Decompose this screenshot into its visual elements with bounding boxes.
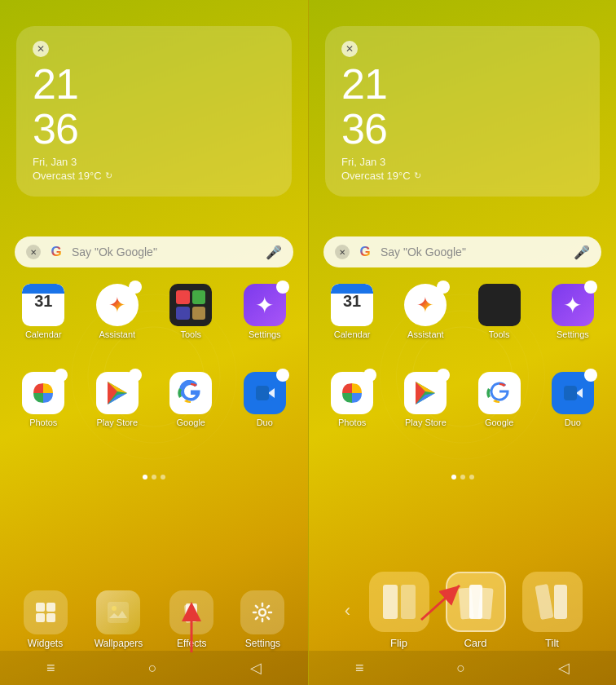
card-icon: [446, 572, 506, 632]
app-label: Calendar: [25, 329, 62, 339]
app-grid-row1: 31 Calendar ✦ Assistant Tools ✦: [317, 279, 608, 344]
dot: [460, 475, 465, 480]
mic-icon: 🎤: [266, 245, 282, 260]
app-settings[interactable]: ✦ Settings: [538, 279, 608, 344]
search-close-button[interactable]: ✕: [335, 245, 350, 259]
widget-date: Fri, Jan 3: [33, 156, 275, 168]
svg-rect-23: [554, 585, 567, 619]
effect-label: Tilt: [545, 637, 559, 649]
dot-active: [143, 475, 147, 480]
right-panel: ✕ 21 36 Fri, Jan 3 Overcast 19°C ↻ ✕ G S…: [308, 0, 616, 685]
dot-active: [451, 475, 456, 480]
app-label: Duo: [257, 418, 273, 427]
google-logo: G: [356, 243, 374, 261]
app-label: Google: [485, 418, 513, 427]
app-playstore[interactable]: Play Store: [390, 367, 460, 432]
app-badge: [584, 281, 597, 294]
nav-menu-icon[interactable]: ≡: [355, 660, 364, 677]
app-badge: [55, 369, 68, 382]
dock-label: Settings: [245, 638, 280, 649]
page-dots: [309, 475, 616, 480]
svg-rect-6: [46, 613, 55, 622]
svg-rect-2: [256, 386, 269, 400]
dock-label: Widgets: [28, 638, 63, 649]
effects-dock: ‹ Flip Card: [309, 572, 616, 649]
app-google[interactable]: Google: [156, 367, 227, 432]
dock-wallpapers[interactable]: Wallpapers: [95, 590, 143, 649]
widget-close-button[interactable]: ✕: [341, 41, 358, 57]
effect-tilt[interactable]: Tilt: [516, 572, 589, 649]
app-label: Calendar: [334, 329, 371, 339]
app-badge: [437, 281, 450, 294]
nav-bar: ≡ ○ ◁: [0, 651, 308, 685]
widget-date: Fri, Jan 3: [341, 156, 583, 168]
app-duo[interactable]: Duo: [230, 367, 301, 432]
svg-point-8: [112, 606, 117, 611]
app-google[interactable]: Google: [464, 367, 535, 432]
search-placeholder: Say "Ok Google": [381, 245, 567, 259]
app-tools[interactable]: Tools: [156, 279, 227, 344]
refresh-icon: ↻: [105, 170, 112, 181]
widget-time: 21 36: [341, 62, 583, 151]
wallpapers-icon: [96, 590, 140, 634]
effects-icon: [169, 590, 213, 634]
app-label: Duo: [565, 418, 581, 427]
app-label: Settings: [249, 329, 281, 339]
clock-widget: ✕ 21 36 Fri, Jan 3 Overcast 19°C ↻: [16, 26, 292, 197]
dock-label: Effects: [177, 638, 206, 649]
app-label: Assistant: [99, 329, 135, 339]
app-label: Tools: [180, 329, 201, 339]
app-tools[interactable]: Tools: [464, 279, 535, 344]
dock-widgets[interactable]: Widgets: [24, 590, 68, 649]
refresh-icon: ↻: [414, 170, 421, 181]
dot: [152, 475, 156, 480]
app-badge: [129, 369, 142, 382]
search-bar[interactable]: ✕ G Say "Ok Google" 🎤: [15, 236, 293, 267]
app-duo[interactable]: Duo: [538, 367, 608, 432]
dock-label: Wallpapers: [95, 638, 143, 649]
google-logo: G: [47, 243, 65, 261]
svg-rect-4: [46, 603, 55, 612]
nav-menu-icon[interactable]: ≡: [46, 660, 55, 677]
widget-weather: Overcast 19°C ↻: [341, 170, 583, 182]
nav-home-icon[interactable]: ○: [456, 660, 465, 677]
effect-label: Card: [464, 637, 486, 649]
app-badge: [129, 281, 142, 294]
widgets-icon: [24, 590, 68, 634]
nav-back-icon[interactable]: ◁: [558, 659, 570, 677]
svg-rect-21: [477, 587, 493, 619]
app-label: Settings: [557, 329, 589, 339]
app-calendar[interactable]: 31 Calendar: [8, 279, 79, 344]
nav-home-icon[interactable]: ○: [148, 660, 157, 677]
app-settings[interactable]: ✦ Settings: [230, 279, 301, 344]
dock-settings[interactable]: Settings: [240, 590, 284, 649]
app-photos[interactable]: Photos: [8, 367, 79, 432]
search-placeholder: Say "Ok Google": [72, 245, 259, 259]
svg-rect-17: [401, 585, 416, 619]
nav-back-icon[interactable]: ◁: [250, 659, 262, 677]
app-badge: [584, 369, 597, 382]
svg-rect-10: [184, 604, 197, 623]
app-badge: [437, 369, 450, 382]
app-grid-row2: Photos Play Store: [8, 367, 300, 432]
app-badge: [363, 369, 376, 382]
tilt-icon: [522, 572, 583, 632]
search-close-button[interactable]: ✕: [26, 245, 41, 259]
search-bar[interactable]: ✕ G Say "Ok Google" 🎤: [323, 236, 601, 267]
app-calendar[interactable]: 31 Calendar: [317, 279, 387, 344]
svg-rect-7: [108, 602, 129, 623]
svg-rect-5: [36, 613, 45, 622]
widget-time: 21 36: [33, 62, 275, 151]
chevron-left-icon[interactable]: ‹: [337, 600, 359, 621]
widget-close-button[interactable]: ✕: [33, 41, 49, 57]
app-assistant[interactable]: ✦ Assistant: [390, 279, 460, 344]
app-photos[interactable]: Photos: [317, 367, 387, 432]
app-grid-row2: Photos Play Store: [317, 367, 608, 432]
effect-flip[interactable]: Flip: [363, 572, 436, 649]
app-playstore[interactable]: Play Store: [82, 367, 153, 432]
svg-rect-15: [564, 386, 577, 400]
dock-effects[interactable]: Effects: [169, 590, 213, 649]
effect-card[interactable]: Card: [439, 572, 513, 649]
app-assistant[interactable]: ✦ Assistant: [82, 279, 153, 344]
settings-icon: [240, 590, 284, 634]
